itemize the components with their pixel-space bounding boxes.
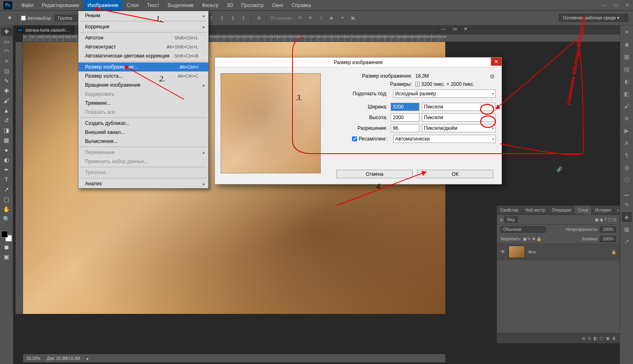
- height-unit-dropdown[interactable]: Пиксели▾: [422, 113, 496, 122]
- document-tab[interactable]: Ps staraya-karta-zastavki…: [13, 25, 74, 35]
- menu-фильтр[interactable]: Фильтр: [198, 0, 223, 10]
- stamp-tool[interactable]: ▲: [1, 106, 12, 115]
- dimensions-unit-icon[interactable]: ↕: [415, 82, 420, 87]
- blend-mode-dropdown[interactable]: Обычные: [500, 226, 546, 233]
- width-unit-dropdown[interactable]: Пиксели▾: [422, 103, 496, 111]
- adjust-icon[interactable]: ◐: [622, 76, 632, 86]
- menu-текст[interactable]: Текст: [143, 0, 163, 10]
- menu-item[interactable]: Тримминг...: [78, 99, 208, 108]
- 3d-icon[interactable]: ✦: [338, 14, 346, 22]
- height-input[interactable]: [391, 113, 419, 122]
- opacity-input[interactable]: 100%: [600, 226, 616, 233]
- pen-tool[interactable]: ✒: [1, 165, 12, 174]
- path-tool[interactable]: ↗: [1, 185, 12, 194]
- close-button[interactable]: ✕: [621, 1, 633, 9]
- distribute-icon[interactable]: ‖: [239, 14, 248, 22]
- menu-item[interactable]: Вращение изображения: [78, 81, 208, 90]
- fx-icon[interactable]: fx: [588, 336, 591, 341]
- hand-tool[interactable]: ✋: [1, 205, 12, 214]
- move-tool-icon[interactable]: ✥: [5, 14, 14, 23]
- visibility-icon[interactable]: 👁: [500, 249, 505, 255]
- menu-item[interactable]: Режим: [78, 11, 208, 20]
- blur-tool[interactable]: ●: [1, 145, 12, 154]
- panel-overflow-icon[interactable]: »: [615, 206, 622, 214]
- mask-icon[interactable]: ◧: [594, 336, 597, 341]
- info-icon[interactable]: ⓘ: [622, 175, 632, 185]
- arrange-icon[interactable]: ⊞: [255, 14, 263, 22]
- doc-restore[interactable]: ▭: [449, 25, 460, 32]
- fill-input[interactable]: 100%: [600, 236, 616, 242]
- shape-tool[interactable]: ▢: [1, 195, 12, 204]
- histogram-icon[interactable]: ▁: [622, 187, 632, 197]
- menu-изображение[interactable]: Изображение: [83, 0, 123, 10]
- doc-close[interactable]: ✕: [460, 25, 471, 32]
- paths-icon[interactable]: ↗: [622, 237, 632, 247]
- comments-icon[interactable]: ✎: [622, 200, 632, 210]
- color-icon[interactable]: ◉: [622, 39, 632, 49]
- cancel-button[interactable]: Отмена: [336, 170, 413, 178]
- zoom-level[interactable]: 33,33%: [26, 356, 40, 361]
- restore-button[interactable]: ▭: [610, 1, 621, 9]
- nav-icon[interactable]: ⊞: [622, 163, 632, 173]
- distribute-icon[interactable]: ‖: [218, 14, 226, 22]
- menu-просмотр[interactable]: Просмотр: [237, 0, 268, 10]
- resolution-unit-dropdown[interactable]: Пиксели/дюйм▾: [422, 124, 496, 132]
- char-icon[interactable]: A: [622, 138, 632, 148]
- 3d-icon[interactable]: ⤢: [317, 14, 325, 22]
- layer-row[interactable]: 👁 Фон 🔒: [497, 244, 619, 260]
- menu-справка[interactable]: Справка: [288, 0, 315, 10]
- autoselect-target-dropdown[interactable]: Группа: [55, 15, 80, 21]
- wand-tool[interactable]: ✧: [1, 57, 12, 66]
- autoselect-checkbox[interactable]: Автовыбор:: [21, 16, 52, 21]
- compass-icon[interactable]: ✦: [622, 27, 632, 37]
- ruler-vertical[interactable]: [16, 42, 23, 314]
- group-icon[interactable]: ▢: [600, 336, 603, 341]
- 3d-icon[interactable]: ⟲: [295, 14, 304, 22]
- screenmode-tool[interactable]: ▣: [1, 252, 12, 261]
- menu-окно[interactable]: Окно: [268, 0, 288, 10]
- swatches-icon[interactable]: ▦: [622, 52, 632, 62]
- menu-item[interactable]: АвтотонShift+Ctrl+L: [78, 33, 208, 42]
- quickmask-tool[interactable]: ◼: [1, 242, 12, 251]
- move-tool[interactable]: ✥: [1, 27, 12, 36]
- fit-dropdown[interactable]: Исходный размер▾: [393, 90, 496, 98]
- distribute-icon[interactable]: ‖: [229, 14, 237, 22]
- trash-icon[interactable]: 🗑: [612, 336, 616, 341]
- menu-item[interactable]: Размер изображения...Alt+Ctrl+I: [78, 62, 208, 71]
- lasso-tool[interactable]: ◠: [1, 47, 12, 56]
- 3d-icon[interactable]: ✥: [306, 14, 314, 22]
- constrain-link-icon[interactable]: ┌ 🔗 └: [557, 163, 562, 176]
- clone-icon[interactable]: ⊕: [622, 113, 632, 123]
- actions-icon[interactable]: ▶: [622, 126, 632, 136]
- menu-item[interactable]: Вычисления...: [78, 137, 208, 146]
- masks-icon[interactable]: ◧: [622, 89, 632, 99]
- crop-tool[interactable]: ⊡: [1, 67, 12, 76]
- ok-button[interactable]: ОК: [417, 170, 493, 178]
- menu-item[interactable]: Размер холста...Alt+Ctrl+C: [78, 71, 208, 81]
- panel-tab-операции[interactable]: Операции: [548, 206, 575, 214]
- 3d-icon[interactable]: ◉: [327, 14, 336, 22]
- color-swatch[interactable]: [1, 231, 12, 242]
- menu-файл[interactable]: Файл: [17, 0, 38, 10]
- distribute-icon[interactable]: ‖: [207, 14, 216, 22]
- menu-редактирование[interactable]: Редактирование: [38, 0, 83, 10]
- menu-item[interactable]: Внешний канал...: [78, 128, 208, 137]
- layers-icon[interactable]: ◈: [622, 212, 632, 222]
- layer-thumbnail[interactable]: [509, 246, 525, 258]
- layer-name[interactable]: Фон: [528, 250, 536, 254]
- panel-tab-слои[interactable]: Слои: [575, 206, 592, 214]
- width-input[interactable]: [391, 103, 419, 111]
- brushes-icon[interactable]: 🖌: [622, 101, 632, 111]
- eyedropper-tool[interactable]: ✎: [1, 76, 12, 85]
- dialog-close-button[interactable]: ✕: [491, 58, 502, 66]
- dodge-tool[interactable]: ◐: [1, 155, 12, 164]
- menu-item[interactable]: Коррекция: [78, 22, 208, 31]
- marquee-tool[interactable]: ▭: [1, 37, 12, 46]
- menu-слои[interactable]: Слои: [123, 0, 143, 10]
- layer-filter-dropdown[interactable]: Вид: [504, 217, 518, 223]
- zoom-tool[interactable]: 🔍: [1, 214, 12, 223]
- resample-checkbox[interactable]: [352, 136, 357, 141]
- type-tool[interactable]: T: [1, 175, 12, 184]
- minimize-button[interactable]: —: [598, 1, 610, 9]
- menu-item[interactable]: АвтоконтрастAlt+Shift+Ctrl+L: [78, 42, 208, 51]
